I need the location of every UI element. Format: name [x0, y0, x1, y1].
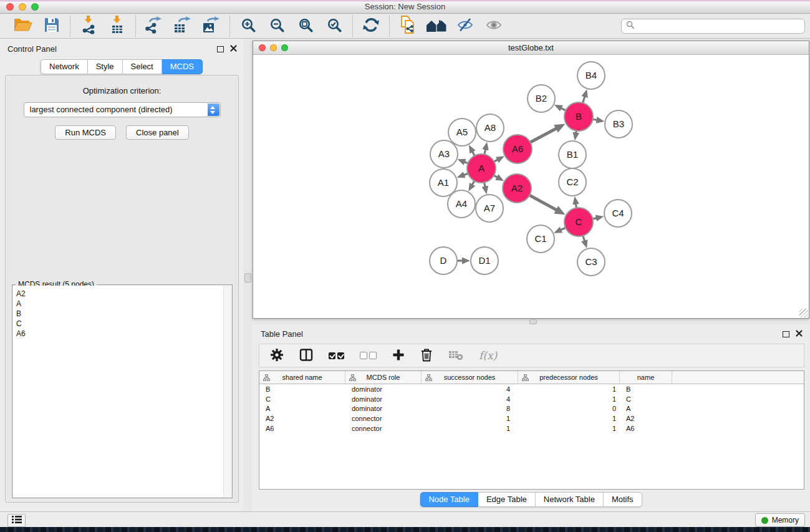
- search-input[interactable]: [637, 21, 800, 31]
- table-cell[interactable]: C: [620, 395, 672, 403]
- table-cell[interactable]: A: [620, 405, 672, 412]
- graph-node-A2[interactable]: A2: [503, 174, 531, 203]
- memory-button[interactable]: Memory: [755, 513, 805, 527]
- save-session-button[interactable]: [41, 16, 63, 37]
- table-cell[interactable]: connector: [345, 425, 422, 432]
- graph-node-A8[interactable]: A8: [476, 114, 504, 142]
- export-image-button[interactable]: [200, 16, 223, 37]
- table-row[interactable]: Adominator80A: [259, 404, 804, 414]
- graph-node-C4[interactable]: C4: [604, 200, 632, 227]
- mcds-result-list[interactable]: A2ABCA6: [13, 286, 224, 497]
- mcds-result-item[interactable]: C: [16, 319, 224, 329]
- zoom-out-button[interactable]: [266, 16, 288, 37]
- export-table-button[interactable]: [171, 16, 194, 37]
- splitter-handle[interactable]: [244, 273, 251, 283]
- graph-node-B3[interactable]: B3: [605, 110, 632, 138]
- table-cell[interactable]: B: [259, 385, 345, 393]
- table-cell[interactable]: 1: [518, 425, 620, 432]
- graph-node-A1[interactable]: A1: [430, 169, 457, 196]
- table-cell[interactable]: 1: [518, 395, 620, 403]
- graph-node-A7[interactable]: A7: [476, 195, 503, 222]
- graph-node-B[interactable]: B: [564, 102, 593, 131]
- table-tab-network-table[interactable]: Network Table: [536, 492, 604, 507]
- panel-splitter[interactable]: [243, 39, 252, 511]
- criterion-select[interactable]: largest connected component (directed): [24, 102, 221, 117]
- mcds-list-scrollbar[interactable]: [223, 286, 231, 497]
- table-cell[interactable]: dominator: [345, 385, 422, 393]
- zoom-fit-button[interactable]: [294, 16, 317, 37]
- table-row[interactable]: A2connector11A2: [259, 414, 804, 423]
- network-canvas[interactable]: B4B2BB3A8A5A6A3B1AA1C2A2A4A7C4CC1DD1C3: [253, 55, 809, 318]
- column-header-successor-nodes[interactable]: successor nodes: [422, 371, 518, 384]
- import-network-button[interactable]: [77, 16, 100, 37]
- table-cell[interactable]: 4: [422, 385, 518, 393]
- table-splitter-handle[interactable]: [529, 319, 537, 324]
- graph-node-D[interactable]: D: [430, 247, 457, 274]
- graph-node-C2[interactable]: C2: [559, 168, 586, 196]
- function-builder-button[interactable]: f(x): [479, 349, 497, 362]
- zoom-selected-button[interactable]: [323, 16, 345, 37]
- graph-node-C[interactable]: C: [564, 208, 593, 236]
- tab-mcds[interactable]: MCDS: [162, 59, 203, 74]
- table-cell[interactable]: B: [620, 385, 672, 393]
- graph-node-A[interactable]: A: [467, 154, 496, 183]
- delete-table-button[interactable]: [448, 349, 463, 362]
- table-row[interactable]: Cdominator41C: [259, 394, 804, 404]
- close-table-panel-icon[interactable]: [796, 329, 803, 339]
- tab-style[interactable]: Style: [88, 59, 123, 74]
- column-header-name[interactable]: name: [620, 371, 672, 384]
- network-graph[interactable]: B4B2BB3A8A5A6A3B1AA1C2A2A4A7C4CC1DD1C3: [253, 55, 809, 318]
- close-panel-button[interactable]: Close panel: [126, 125, 189, 140]
- table-tab-edge-table[interactable]: Edge Table: [478, 492, 536, 507]
- table-cell[interactable]: A: [259, 405, 345, 412]
- graph-node-C3[interactable]: C3: [577, 248, 605, 276]
- table-cell[interactable]: C: [259, 395, 345, 403]
- tab-network[interactable]: Network: [41, 59, 88, 74]
- open-session-button[interactable]: [12, 16, 34, 37]
- mcds-result-item[interactable]: A6: [16, 329, 224, 339]
- graph-node-A4[interactable]: A4: [448, 190, 475, 218]
- node-table[interactable]: shared nameMCDS rolesuccessor nodesprede…: [259, 370, 804, 490]
- search-field[interactable]: [621, 19, 805, 34]
- float-table-panel-icon[interactable]: [783, 331, 789, 337]
- table-cell[interactable]: A2: [259, 415, 345, 422]
- zoom-in-button[interactable]: [237, 16, 259, 37]
- graph-node-C1[interactable]: C1: [527, 225, 554, 253]
- deselect-all-rows-button[interactable]: [360, 352, 377, 359]
- task-history-button[interactable]: [7, 514, 26, 527]
- mcds-result-item[interactable]: A2: [16, 289, 224, 299]
- table-cell[interactable]: 1: [518, 385, 620, 393]
- mcds-result-item[interactable]: B: [16, 309, 224, 319]
- graph-node-A6[interactable]: A6: [503, 135, 532, 163]
- table-header-row[interactable]: shared nameMCDS rolesuccessor nodesprede…: [259, 371, 804, 384]
- table-settings-button[interactable]: [270, 348, 284, 364]
- refresh-view-button[interactable]: [360, 16, 382, 37]
- table-cell[interactable]: A6: [259, 425, 345, 432]
- add-column-button[interactable]: [392, 349, 405, 363]
- delete-columns-button[interactable]: [420, 348, 433, 364]
- first-neighbors-button[interactable]: [425, 16, 448, 37]
- table-cell[interactable]: dominator: [345, 405, 422, 412]
- network-view-window[interactable]: testGlobe.txt B4B2BB3A8A5A6A3B1AA1C2A2A4…: [253, 41, 809, 319]
- resize-grip-icon[interactable]: [799, 309, 808, 317]
- table-cell[interactable]: 1: [422, 425, 518, 432]
- run-mcds-button[interactable]: Run MCDS: [55, 125, 116, 140]
- column-header-shared-name[interactable]: shared name: [259, 371, 345, 384]
- graph-node-B4[interactable]: B4: [577, 62, 605, 89]
- graph-node-B2[interactable]: B2: [528, 85, 555, 112]
- close-panel-icon[interactable]: [230, 44, 237, 54]
- table-cell[interactable]: 4: [422, 395, 518, 403]
- float-panel-icon[interactable]: [217, 46, 224, 52]
- column-header-mcds-role[interactable]: MCDS role: [345, 371, 422, 384]
- table-cell[interactable]: 8: [422, 405, 518, 412]
- table-row[interactable]: A6connector11A6: [259, 423, 804, 433]
- table-cell[interactable]: connector: [345, 415, 422, 422]
- table-row[interactable]: Bdominator41B: [259, 384, 804, 394]
- import-table-button[interactable]: [106, 16, 128, 37]
- table-cell[interactable]: 1: [518, 415, 620, 422]
- table-tab-motifs[interactable]: Motifs: [604, 492, 642, 507]
- graph-node-A5[interactable]: A5: [448, 118, 476, 146]
- table-cell[interactable]: dominator: [345, 395, 422, 403]
- column-header-predecessor-nodes[interactable]: predecessor nodes: [518, 371, 620, 384]
- select-all-rows-button[interactable]: [329, 352, 344, 359]
